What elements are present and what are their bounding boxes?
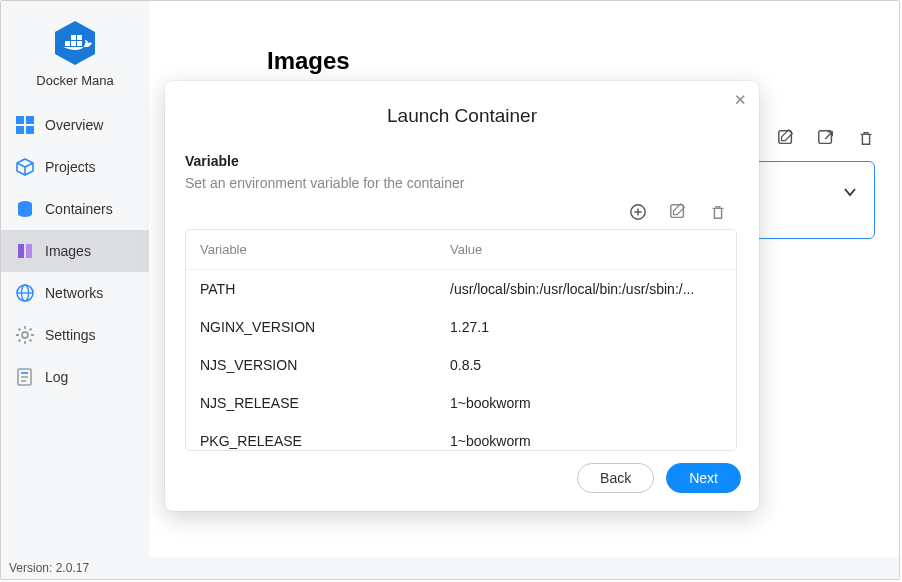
table-header: Variable Value [186, 230, 736, 270]
modal-body: Variable Set an environment variable for… [165, 127, 759, 451]
cell-variable: PATH [200, 281, 450, 297]
launch-container-modal: ✕ Launch Container Variable Set an envir… [165, 81, 759, 511]
table-row[interactable]: NJS_VERSION 0.8.5 [186, 346, 736, 384]
cell-value: 0.8.5 [450, 357, 722, 373]
trash-icon[interactable] [709, 203, 727, 221]
cell-value: 1~bookworm [450, 433, 722, 449]
cell-value: /usr/local/sbin:/usr/local/bin:/usr/sbin… [450, 281, 722, 297]
cell-variable: NJS_RELEASE [200, 395, 450, 411]
cell-variable: PKG_RELEASE [200, 433, 450, 449]
section-desc: Set an environment variable for the cont… [185, 175, 737, 191]
table-row[interactable]: NGINX_VERSION 1.27.1 [186, 308, 736, 346]
next-button[interactable]: Next [666, 463, 741, 493]
modal-title: Launch Container [165, 81, 759, 127]
cell-value: 1~bookworm [450, 395, 722, 411]
variable-toolbar [185, 203, 737, 221]
table-row[interactable]: PATH /usr/local/sbin:/usr/local/bin:/usr… [186, 270, 736, 308]
table-row[interactable]: NJS_RELEASE 1~bookworm [186, 384, 736, 422]
add-icon[interactable] [629, 203, 647, 221]
col-variable: Variable [200, 242, 450, 257]
cell-value: 1.27.1 [450, 319, 722, 335]
modal-overlay: ✕ Launch Container Variable Set an envir… [1, 1, 899, 579]
variables-table: Variable Value PATH /usr/local/sbin:/usr… [185, 229, 737, 451]
cell-variable: NGINX_VERSION [200, 319, 450, 335]
edit-icon[interactable] [669, 203, 687, 221]
cell-variable: NJS_VERSION [200, 357, 450, 373]
app-window: Help Docker Mana Ov [0, 0, 900, 580]
close-icon[interactable]: ✕ [734, 91, 747, 109]
back-button[interactable]: Back [577, 463, 654, 493]
col-value: Value [450, 242, 722, 257]
section-label: Variable [185, 153, 737, 169]
modal-footer: Back Next [165, 451, 759, 511]
table-row[interactable]: PKG_RELEASE 1~bookworm [186, 422, 736, 451]
